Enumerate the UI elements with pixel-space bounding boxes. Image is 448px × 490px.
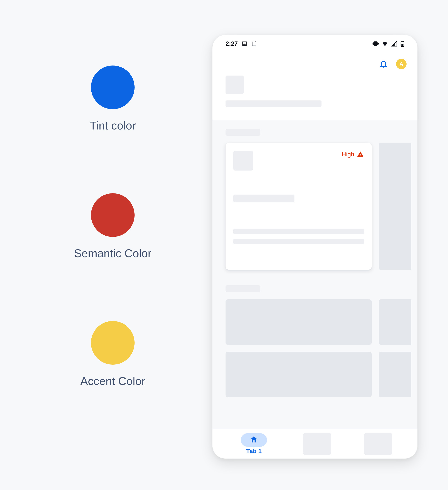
priority-badge: High [342, 151, 364, 158]
avatar[interactable]: A [396, 59, 406, 69]
header-avatar-skeleton [226, 76, 244, 94]
tile-peek-skeleton[interactable] [379, 352, 411, 397]
tint-label: Tint color [90, 119, 136, 132]
semantic-label: Semantic Color [74, 247, 151, 260]
tab-3-skeleton[interactable] [364, 433, 392, 455]
card-icon-skeleton [233, 151, 253, 171]
tile-skeleton[interactable] [226, 299, 372, 345]
priority-label: High [342, 151, 355, 158]
bottom-navigation: Tab 1 [212, 429, 417, 459]
svg-rect-2 [401, 44, 403, 46]
page-header [212, 76, 417, 120]
wifi-icon [382, 40, 388, 47]
tab-1[interactable]: Tab 1 [237, 433, 270, 455]
content-card[interactable]: High [226, 143, 372, 270]
card-line-skeleton [233, 229, 364, 234]
status-bar: 2:27 [212, 35, 417, 52]
vibrate-icon [372, 41, 379, 47]
tint-swatch [91, 66, 135, 109]
image-icon [242, 41, 247, 46]
tab-pill-active [241, 433, 267, 447]
legend-item-accent: Accent Color [80, 321, 145, 388]
header-title-skeleton [226, 100, 321, 107]
svg-rect-1 [402, 41, 403, 42]
legend-column: Tint color Semantic Color Accent Color [22, 35, 204, 468]
card-line-skeleton [233, 239, 364, 244]
semantic-swatch [91, 193, 135, 237]
accent-label: Accent Color [80, 375, 145, 388]
page-content: High [212, 120, 417, 459]
legend-item-tint: Tint color [90, 66, 136, 132]
card-peek[interactable] [379, 143, 411, 270]
phone-frame: 2:27 [212, 35, 417, 459]
accent-swatch [91, 321, 135, 365]
tile-skeleton[interactable] [226, 352, 372, 397]
tab-1-label: Tab 1 [246, 448, 262, 455]
tab-2-skeleton[interactable] [303, 433, 331, 455]
warning-icon [357, 151, 364, 158]
card-title-skeleton [233, 194, 295, 202]
battery-icon [400, 41, 404, 47]
home-icon [250, 435, 258, 445]
legend-item-semantic: Semantic Color [74, 193, 151, 260]
signal-icon [391, 41, 397, 47]
app-top-bar: A [212, 52, 417, 76]
calendar-icon [251, 41, 257, 46]
section-title-skeleton [226, 129, 261, 136]
tile-peek-skeleton[interactable] [379, 299, 411, 345]
section-title-skeleton [226, 285, 261, 292]
status-time: 2:27 [226, 40, 238, 47]
bell-icon[interactable] [379, 60, 388, 68]
